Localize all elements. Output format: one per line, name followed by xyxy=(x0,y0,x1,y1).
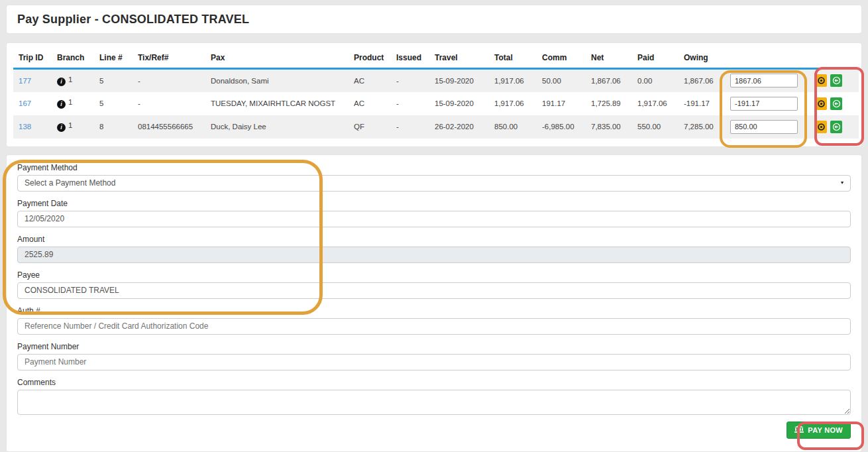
payment-date-label: Payment Date xyxy=(17,199,851,208)
paid-value: 0.00 xyxy=(632,69,678,92)
pax-value: Donaldson, Sami xyxy=(205,69,349,92)
payment-date-input[interactable] xyxy=(17,211,851,227)
col-owing: Owing xyxy=(678,47,725,69)
issued-value: - xyxy=(391,69,429,92)
owing-value: 7,285.00 xyxy=(678,115,725,139)
payment-method-select[interactable]: Select a Payment Method ▾ xyxy=(17,175,851,192)
pay-amount-input[interactable] xyxy=(730,97,798,111)
col-tix-ref: Tix/Ref# xyxy=(133,47,205,69)
amount-label: Amount xyxy=(17,235,851,244)
col-branch: Branch xyxy=(52,47,94,69)
line-value: 5 xyxy=(94,69,133,92)
payment-number-input[interactable] xyxy=(17,354,851,370)
net-value: 1,725.89 xyxy=(586,92,632,115)
comm-value: 191.17 xyxy=(537,92,586,115)
table-row: 138 1 8 0814455566665 Duck, Daisy Lee QF… xyxy=(13,115,859,139)
col-trip-id: Trip ID xyxy=(13,47,52,69)
col-net: Net xyxy=(586,47,632,69)
payment-method-label: Payment Method xyxy=(17,163,851,172)
pay-now-label: PAY NOW xyxy=(808,426,843,434)
info-icon xyxy=(57,123,66,132)
tix-ref-value: - xyxy=(133,92,205,115)
page-header: Pay Supplier - CONSOLIDATED TRAVEL xyxy=(7,5,861,33)
auth-label: Auth # xyxy=(17,306,851,315)
arrow-circle-left-icon xyxy=(832,123,841,131)
comm-value: 50.00 xyxy=(537,69,586,92)
product-value: AC xyxy=(349,69,391,92)
payment-number-label: Payment Number xyxy=(17,342,851,351)
trip-table-card: Trip ID Branch Line # Tix/Ref# Pax Produ… xyxy=(7,43,861,146)
travel-value: 26-02-2020 xyxy=(429,115,489,139)
col-product: Product xyxy=(349,47,391,69)
payee-input[interactable] xyxy=(17,282,851,299)
table-row: 177 1 5 - Donaldson, Sami AC - 15-09-202… xyxy=(13,69,859,92)
table-row: 167 1 5 - TUESDAY, MIXAIRHTLCAR NOGST AC… xyxy=(13,92,859,115)
branch-value: 1 xyxy=(68,121,72,129)
pay-amount-input[interactable] xyxy=(730,120,798,134)
line-value: 5 xyxy=(94,92,133,115)
apply-owing-button[interactable] xyxy=(830,121,842,133)
trip-id-link[interactable]: 167 xyxy=(19,99,31,107)
payment-form: Payment Method Select a Payment Method ▾… xyxy=(7,155,861,451)
info-icon xyxy=(57,78,66,86)
caret-down-icon: ▾ xyxy=(841,180,843,186)
bank-icon xyxy=(794,425,804,435)
paid-value: 1,917.06 xyxy=(632,92,678,115)
payment-method-selected-value: Select a Payment Method xyxy=(25,178,115,188)
comments-label: Comments xyxy=(17,378,851,387)
pax-value: TUESDAY, MIXAIRHTLCAR NOGST xyxy=(205,92,349,115)
issued-value: - xyxy=(391,92,429,115)
col-travel: Travel xyxy=(429,47,489,69)
travel-value: 15-09-2020 xyxy=(429,92,489,115)
comments-textarea[interactable] xyxy=(17,390,851,415)
payee-label: Payee xyxy=(17,270,851,280)
branch-value: 1 xyxy=(68,76,72,84)
total-value: 850.00 xyxy=(489,115,537,139)
total-value: 1,917.06 xyxy=(489,92,537,115)
apply-owing-button[interactable] xyxy=(830,74,842,87)
pax-value: Duck, Daisy Lee xyxy=(205,115,349,139)
reset-amount-button[interactable] xyxy=(815,74,827,87)
dot-circle-icon xyxy=(817,76,826,85)
col-total: Total xyxy=(489,47,537,69)
col-pax: Pax xyxy=(205,47,349,69)
issued-value: - xyxy=(391,115,429,139)
comm-value: -6,985.00 xyxy=(537,115,586,139)
reset-amount-button[interactable] xyxy=(815,121,827,133)
arrow-circle-left-icon xyxy=(832,99,841,108)
travel-value: 15-09-2020 xyxy=(429,69,489,92)
trip-id-link[interactable]: 138 xyxy=(19,123,31,131)
total-value: 1,917.06 xyxy=(489,69,537,92)
trip-table: Trip ID Branch Line # Tix/Ref# Pax Produ… xyxy=(13,47,859,139)
col-actions xyxy=(810,47,859,69)
reset-amount-button[interactable] xyxy=(815,97,827,110)
trip-id-link[interactable]: 177 xyxy=(19,77,31,85)
owing-value: 1,867.06 xyxy=(678,69,725,92)
arrow-circle-left-icon xyxy=(832,76,841,85)
col-line: Line # xyxy=(94,47,133,69)
pay-now-button[interactable]: PAY NOW xyxy=(787,422,851,439)
page-title: Pay Supplier - CONSOLIDATED TRAVEL xyxy=(17,13,249,27)
product-value: QF xyxy=(349,115,391,139)
paid-value: 550.00 xyxy=(632,115,678,139)
owing-value: -191.17 xyxy=(678,92,725,115)
apply-owing-button[interactable] xyxy=(830,97,842,110)
info-icon xyxy=(57,100,66,109)
tix-ref-value: - xyxy=(133,69,205,92)
amount-input xyxy=(17,247,851,263)
table-header-row: Trip ID Branch Line # Tix/Ref# Pax Produ… xyxy=(13,47,859,69)
col-issued: Issued xyxy=(391,47,429,69)
product-value: AC xyxy=(349,92,391,115)
branch-value: 1 xyxy=(68,98,72,106)
col-comm: Comm xyxy=(537,47,586,69)
dot-circle-icon xyxy=(817,123,826,131)
auth-input[interactable] xyxy=(17,318,851,335)
net-value: 1,867.06 xyxy=(586,69,632,92)
line-value: 8 xyxy=(94,115,133,139)
col-paid: Paid xyxy=(632,47,678,69)
col-amount-input xyxy=(725,47,810,69)
tix-ref-value: 0814455566665 xyxy=(133,115,205,139)
dot-circle-icon xyxy=(817,99,826,108)
net-value: 7,835.00 xyxy=(586,115,632,139)
pay-amount-input[interactable] xyxy=(730,74,798,87)
